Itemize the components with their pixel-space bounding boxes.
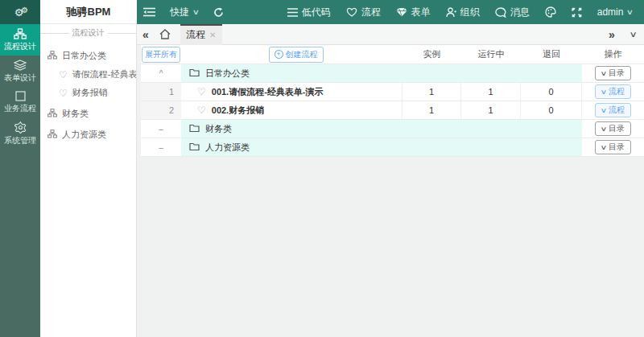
heart-outline-icon: ♡ [59, 70, 68, 80]
topbar: ⚙⚙ 驰骋BPM 快捷∨ 低代码流程表单组织消息 admi [0, 0, 644, 24]
tree-item-label: 请假流程-经典表单-演示 [72, 68, 136, 80]
process-action-button[interactable]: ∨流程 [595, 84, 631, 99]
heart-outline-icon[interactable]: ♡ [197, 105, 206, 115]
topnav-表单[interactable]: 表单 [396, 6, 431, 19]
expand-all-button[interactable]: 展开所有 [142, 47, 180, 63]
process-name-cell[interactable]: ♡002.财务报销 [181, 101, 402, 120]
rail-item-label: 业务流程 [4, 103, 36, 114]
returned-cell [521, 138, 582, 157]
folder-icon [189, 68, 200, 79]
fullscreen-icon[interactable] [572, 7, 582, 18]
row-name-label: 日常办公类 [205, 68, 250, 80]
row-name-label: 人力资源类 [205, 142, 250, 154]
module-rail: 流程设计表单设计业务流程系统管理 [0, 24, 40, 337]
category-row: –人力资源类∨目录 [141, 138, 644, 157]
theme-palette-icon[interactable] [545, 6, 556, 18]
folder-icon [189, 142, 200, 153]
layers-icon [14, 60, 27, 71]
scroll-tabs-right-icon[interactable]: » [603, 28, 621, 41]
row-index: 1 [141, 83, 181, 101]
returned-cell: 0 [521, 83, 582, 101]
chevron-down-icon: ∨ [601, 107, 608, 114]
tree-item-请假流程-经典表单-演示[interactable]: ♡请假流程-经典表单-演示 [40, 65, 136, 84]
rail-item-系统管理[interactable]: 系统管理 [0, 118, 40, 150]
tree-item-人力资源类[interactable]: 人力资源类 [40, 125, 136, 144]
tree-item-日常办公类[interactable]: 日常办公类 [40, 47, 136, 65]
directory-action-button[interactable]: ∨目录 [595, 66, 631, 80]
process-action-button[interactable]: ∨流程 [595, 103, 631, 117]
row-name-label: 财务类 [205, 123, 232, 135]
running-cell [461, 120, 521, 138]
gear-icon [14, 121, 27, 134]
refresh-icon[interactable] [213, 7, 224, 18]
app-logo[interactable]: ⚙⚙ [0, 0, 40, 24]
rail-item-业务流程[interactable]: 业务流程 [0, 87, 40, 118]
process-name-cell[interactable]: ♡001.请假流程-经典表单-演示 [181, 83, 402, 101]
topnav-流程[interactable]: 流程 [346, 6, 381, 19]
close-icon[interactable]: ✕ [209, 31, 216, 39]
chevron-down-icon: ∨ [626, 8, 634, 16]
running-cell [461, 138, 521, 157]
category-row: –财务类∨目录 [141, 120, 644, 138]
tree-items: 日常办公类♡请假流程-经典表单-演示♡财务报销财务类人力资源类 [40, 40, 136, 144]
collapse-toggle[interactable]: – [141, 120, 181, 138]
tree-item-财务类[interactable]: 财务类 [40, 105, 136, 123]
topnav-label: 低代码 [302, 6, 331, 19]
topnav-低代码[interactable]: 低代码 [287, 6, 331, 19]
mini-sitemap-icon [47, 51, 57, 61]
col-header-instances: 实例 [402, 45, 461, 64]
category-name-cell[interactable]: 日常办公类 [181, 64, 402, 83]
sitemap-icon [14, 28, 27, 39]
action-button-label: 目录 [609, 68, 625, 79]
folder-icon [189, 124, 200, 134]
collapse-toggle[interactable]: ^ [141, 64, 181, 83]
action-button-label: 目录 [609, 142, 625, 153]
tab-label: 流程 [186, 28, 205, 42]
process-table: 展开所有 +创建流程 实例 运行中 退回 操作 ^日常办公类∨目录1♡001.请… [141, 45, 644, 157]
topnav-label: 消息 [510, 6, 530, 19]
action-button-label: 流程 [609, 86, 625, 97]
menu-fold-icon[interactable] [143, 7, 155, 17]
rail-item-流程设计[interactable]: 流程设计 [0, 24, 40, 55]
instances-cell: 1 [402, 101, 461, 120]
create-process-button[interactable]: +创建流程 [269, 47, 324, 63]
main-content: « 流程 ✕ » ∨ 展开所有 +创建流程 实例 [137, 24, 644, 337]
heart-outline-icon: ♡ [59, 88, 68, 98]
topnav-组织[interactable]: 组织 [446, 6, 480, 19]
returned-cell [521, 64, 582, 83]
rail-item-表单设计[interactable]: 表单设计 [0, 55, 40, 87]
quick-menu-button[interactable]: 快捷∨ [170, 6, 199, 19]
chevron-down-icon: ∨ [192, 8, 200, 16]
user-icon [446, 7, 456, 18]
directory-action-button[interactable]: ∨目录 [595, 121, 631, 136]
tab-options-chevron-icon[interactable]: ∨ [629, 30, 637, 39]
scroll-tabs-left-icon[interactable]: « [137, 28, 155, 41]
actions-cell: ∨流程 [582, 101, 644, 120]
collapse-toggle[interactable]: – [141, 138, 181, 157]
category-name-cell[interactable]: 人力资源类 [181, 138, 402, 157]
chevron-down-icon: ∨ [601, 144, 608, 151]
category-name-cell[interactable]: 财务类 [181, 120, 402, 138]
heart-outline-icon[interactable]: ♡ [197, 87, 206, 97]
tab-process[interactable]: 流程 ✕ [180, 24, 222, 45]
actions-cell: ∨流程 [582, 83, 644, 101]
instances-cell: 1 [402, 83, 461, 101]
tree-item-财务报销[interactable]: ♡财务报销 [40, 84, 136, 102]
col-header-returned: 退回 [521, 45, 582, 64]
home-icon[interactable] [155, 29, 175, 39]
gem-icon [396, 7, 407, 17]
running-cell: 1 [461, 83, 521, 101]
directory-action-button[interactable]: ∨目录 [595, 140, 631, 154]
table-body: ^日常办公类∨目录1♡001.请假流程-经典表单-演示110∨流程2♡002.财… [141, 64, 644, 157]
running-cell: 1 [461, 101, 521, 120]
running-cell [461, 64, 521, 83]
heart-icon [346, 7, 357, 17]
topnav-label: 流程 [361, 6, 381, 19]
returned-cell: 0 [521, 101, 582, 120]
process-row: 1♡001.请假流程-经典表单-演示110∨流程 [141, 83, 644, 101]
tree-section-title: 流程设计 [40, 26, 136, 40]
topnav-消息[interactable]: 消息 [495, 6, 530, 19]
chevron-down-icon: ∨ [601, 70, 608, 77]
user-menu-button[interactable]: admin∨ [597, 6, 633, 18]
bpm-app: ⚙⚙ 驰骋BPM 快捷∨ 低代码流程表单组织消息 admi [0, 0, 644, 337]
